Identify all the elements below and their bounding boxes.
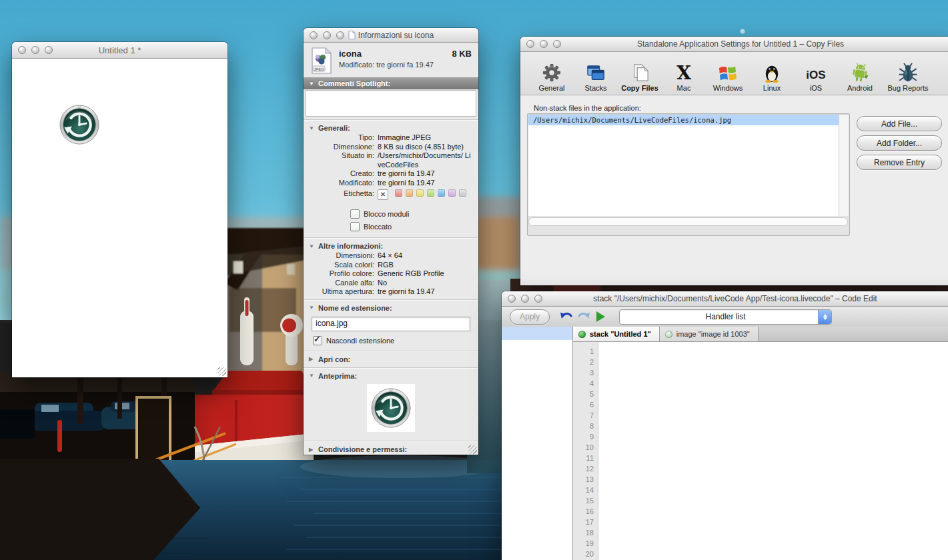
script-editor[interactable]: 123456789101112131415161718192021 bbox=[573, 342, 948, 560]
info-label: Profilo colore: bbox=[304, 269, 378, 279]
line-number: 19 bbox=[573, 538, 598, 549]
file-list-label: Non-stack files in the application: bbox=[534, 104, 641, 112]
toolbar-item-linux[interactable]: Linux bbox=[750, 60, 794, 92]
label-color-swatch[interactable] bbox=[459, 189, 466, 197]
close-button[interactable] bbox=[526, 40, 534, 48]
line-number: 2 bbox=[573, 357, 598, 367]
label-color-swatch[interactable] bbox=[416, 189, 424, 197]
stepper-icon[interactable] bbox=[818, 310, 831, 324]
handler-selected-row[interactable] bbox=[502, 327, 572, 340]
zoom-button[interactable] bbox=[534, 295, 542, 303]
checkbox-label: Nascondi estensione bbox=[326, 337, 394, 345]
horizontal-scrollbar[interactable] bbox=[528, 217, 848, 226]
time-machine-icon bbox=[370, 387, 412, 429]
apply-button[interactable]: Apply bbox=[510, 309, 550, 325]
toolbar-item-general[interactable]: General bbox=[530, 60, 574, 92]
hide-extension-checkbox[interactable] bbox=[313, 336, 322, 345]
handler-list-dropdown[interactable]: Handler list bbox=[619, 309, 832, 325]
zoom-button[interactable] bbox=[336, 31, 344, 39]
handler-list-panel[interactable] bbox=[502, 327, 573, 560]
disclosure-triangle-icon[interactable]: ▼ bbox=[309, 243, 315, 249]
tab-stack-script[interactable]: stack "Untitled 1" bbox=[573, 327, 660, 341]
mac-icon: X bbox=[674, 60, 693, 83]
label-color-swatch[interactable] bbox=[427, 189, 434, 197]
section-spotlight-comments[interactable]: ▼ Commenti Spotlight: bbox=[304, 77, 478, 89]
windows-icon bbox=[718, 60, 738, 83]
add-folder-button[interactable]: Add Folder... bbox=[857, 135, 942, 151]
minimize-button[interactable] bbox=[521, 295, 529, 303]
tab-image-script[interactable]: image "image id 1003" bbox=[660, 327, 759, 341]
stacks-icon bbox=[586, 60, 606, 83]
forms-lock-checkbox[interactable] bbox=[350, 209, 360, 219]
undo-icon[interactable] bbox=[559, 310, 573, 323]
toolbar-item-mac[interactable]: X Mac bbox=[662, 60, 706, 92]
add-file-button[interactable]: Add File... bbox=[857, 116, 942, 131]
locked-checkbox[interactable] bbox=[350, 222, 360, 231]
name-extension-field[interactable]: icona.jpg bbox=[312, 317, 470, 331]
code-text-area[interactable] bbox=[598, 342, 948, 560]
remove-entry-button[interactable]: Remove Entry bbox=[857, 155, 942, 170]
close-button[interactable] bbox=[18, 46, 26, 54]
close-button[interactable] bbox=[508, 295, 516, 303]
info-label: Modificato: bbox=[304, 179, 378, 188]
label-color-swatch[interactable] bbox=[395, 189, 402, 197]
zoom-button[interactable] bbox=[553, 40, 561, 48]
time-machine-image[interactable] bbox=[59, 104, 100, 145]
disclosure-triangle-icon[interactable]: ▼ bbox=[309, 125, 315, 131]
file-list[interactable]: /Users/michix/Documents/LiveCodeFiles/ic… bbox=[528, 115, 839, 216]
file-list-item[interactable]: /Users/michix/Documents/LiveCodeFiles/ic… bbox=[528, 115, 839, 125]
label-color-swatch[interactable] bbox=[448, 189, 456, 197]
stack-window: Untitled 1 * bbox=[12, 42, 227, 377]
section-sharing[interactable]: ▶ Condivisione e permessi: bbox=[304, 444, 478, 455]
minimize-button[interactable] bbox=[323, 31, 331, 39]
script-tabbar: stack "Untitled 1" image "image id 1003" bbox=[573, 327, 948, 342]
stack-window-titlebar[interactable]: Untitled 1 * bbox=[12, 42, 227, 59]
toolbar-item-ios[interactable]: iOS iOS bbox=[794, 60, 838, 92]
android-icon bbox=[851, 60, 869, 83]
toolbar-item-android[interactable]: Android bbox=[838, 60, 882, 92]
code-editor-titlebar[interactable]: stack "/Users/michix/Documents/LiveCode … bbox=[502, 291, 948, 307]
resize-grip-icon[interactable] bbox=[468, 445, 477, 454]
close-button[interactable] bbox=[310, 31, 318, 39]
label-color-swatch[interactable] bbox=[438, 189, 445, 197]
disclosure-triangle-icon[interactable]: ▼ bbox=[309, 81, 315, 87]
toolbar-item-windows[interactable]: Windows bbox=[706, 60, 750, 92]
label-color-swatch[interactable] bbox=[406, 189, 413, 197]
info-value: 64 × 64 bbox=[378, 251, 473, 261]
section-name-extension[interactable]: ▼ Nome ed estensione: bbox=[304, 303, 478, 313]
jpeg-file-icon: JPEG bbox=[310, 47, 333, 74]
minimize-button[interactable] bbox=[31, 46, 39, 54]
zoom-button[interactable] bbox=[45, 46, 53, 54]
resize-grip-icon[interactable] bbox=[217, 367, 226, 376]
section-more-info[interactable]: ▼ Altre informazioni: bbox=[304, 241, 478, 251]
info-value: 8 KB su disco (4.851 byte) bbox=[378, 143, 473, 152]
section-general[interactable]: ▼ Generali: bbox=[304, 123, 478, 133]
run-script-icon[interactable] bbox=[595, 311, 606, 323]
disclosure-triangle-icon[interactable]: ▶ bbox=[309, 356, 315, 362]
document-icon bbox=[348, 31, 356, 39]
spotlight-comment-field[interactable] bbox=[306, 90, 476, 117]
disclosure-triangle-icon[interactable]: ▶ bbox=[309, 447, 315, 453]
line-number: 15 bbox=[573, 495, 598, 506]
svg-text:JPEG: JPEG bbox=[314, 67, 324, 71]
stack-canvas[interactable] bbox=[12, 59, 227, 377]
line-number: 20 bbox=[573, 549, 598, 559]
disclosure-triangle-icon[interactable]: ▼ bbox=[309, 373, 315, 379]
info-titlebar[interactable]: Informazioni su icona bbox=[304, 28, 478, 43]
section-open-with[interactable]: ▶ Apri con: bbox=[304, 354, 478, 365]
ios-icon: iOS bbox=[805, 60, 827, 83]
label-none-button[interactable]: ✕ bbox=[378, 189, 388, 200]
line-number: 3 bbox=[573, 367, 598, 378]
vertical-scrollbar[interactable] bbox=[839, 115, 849, 216]
script-status-icon bbox=[578, 331, 586, 338]
disclosure-triangle-icon[interactable]: ▼ bbox=[309, 305, 315, 311]
minimize-button[interactable] bbox=[540, 40, 548, 48]
toolbar-item-copy-files[interactable]: Copy Files bbox=[618, 60, 662, 92]
file-name: icona bbox=[339, 49, 452, 59]
toolbar-item-bug-reports[interactable]: Bug Reports bbox=[882, 60, 934, 92]
settings-titlebar[interactable]: Standalone Application Settings for Unti… bbox=[520, 37, 948, 52]
section-preview[interactable]: ▼ Anteprima: bbox=[304, 371, 478, 381]
toolbar-item-stacks[interactable]: Stacks bbox=[574, 60, 618, 92]
info-label: Dimensione: bbox=[304, 143, 378, 152]
redo-icon[interactable] bbox=[577, 310, 591, 323]
